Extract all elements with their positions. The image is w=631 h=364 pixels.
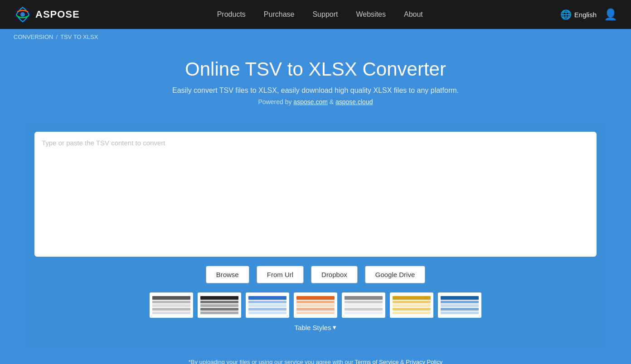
aspose-logo-icon <box>14 5 32 24</box>
dropbox-button[interactable]: Dropbox <box>311 266 358 283</box>
page-title: Online TSV to XLSX Converter <box>9 58 622 80</box>
nav-products[interactable]: Products <box>217 10 246 19</box>
chevron-down-icon: ▾ <box>333 323 336 331</box>
tos-link[interactable]: Terms of Service <box>355 359 399 364</box>
footer-area: *By uploading your files or using our se… <box>0 352 631 364</box>
textarea-container <box>34 132 597 257</box>
table-style-grey[interactable] <box>342 292 385 318</box>
breadcrumb-current: TSV TO XLSX <box>60 34 98 40</box>
table-style-orange[interactable] <box>294 292 337 318</box>
language-label: English <box>574 11 597 19</box>
language-selector[interactable]: 🌐 English <box>560 9 597 20</box>
main-card: Browse From Url Dropbox Google Drive <box>25 123 606 348</box>
table-style-black[interactable] <box>198 292 241 318</box>
from-url-button[interactable]: From Url <box>257 266 304 283</box>
breadcrumb-separator: / <box>56 34 58 40</box>
browse-button[interactable]: Browse <box>206 266 249 283</box>
breadcrumb-conversion[interactable]: CONVERSION <box>14 34 53 40</box>
tos-text: *By uploading your files or using our se… <box>9 359 622 364</box>
upload-buttons: Browse From Url Dropbox Google Drive <box>34 266 597 283</box>
table-style-plain[interactable] <box>150 292 193 318</box>
hero-section: Online TSV to XLSX Converter Easily conv… <box>0 45 631 118</box>
table-styles-label[interactable]: Table Styles ▾ <box>34 323 597 331</box>
svg-point-1 <box>20 12 25 17</box>
navbar-nav: Products Purchase Support Websites About <box>217 10 423 19</box>
user-icon[interactable]: 👤 <box>604 8 617 21</box>
table-styles-row <box>34 292 597 318</box>
aspose-cloud-link[interactable]: aspose.cloud <box>335 98 373 105</box>
navbar: ASPOSE Products Purchase Support Website… <box>0 0 631 29</box>
table-style-blue-dark[interactable] <box>438 292 481 318</box>
navbar-logo-area: ASPOSE <box>14 5 80 24</box>
google-drive-button[interactable]: Google Drive <box>365 266 426 283</box>
tsv-input[interactable] <box>42 139 589 248</box>
breadcrumb: CONVERSION / TSV TO XLSX <box>0 29 631 45</box>
logo-text: ASPOSE <box>35 9 80 20</box>
privacy-link[interactable]: Privacy Policy <box>406 359 442 364</box>
nav-websites[interactable]: Websites <box>356 10 386 19</box>
aspose-com-link[interactable]: aspose.com <box>293 98 327 105</box>
powered-by: Powered by aspose.com & aspose.cloud <box>9 98 622 105</box>
hero-subtitle: Easily convert TSV files to XLSX, easily… <box>9 86 622 95</box>
globe-icon: 🌐 <box>560 9 572 20</box>
nav-about[interactable]: About <box>404 10 423 19</box>
nav-support[interactable]: Support <box>312 10 338 19</box>
table-style-blue[interactable] <box>246 292 289 318</box>
navbar-right: 🌐 English 👤 <box>560 8 617 21</box>
table-style-yellow[interactable] <box>390 292 433 318</box>
nav-purchase[interactable]: Purchase <box>264 10 295 19</box>
